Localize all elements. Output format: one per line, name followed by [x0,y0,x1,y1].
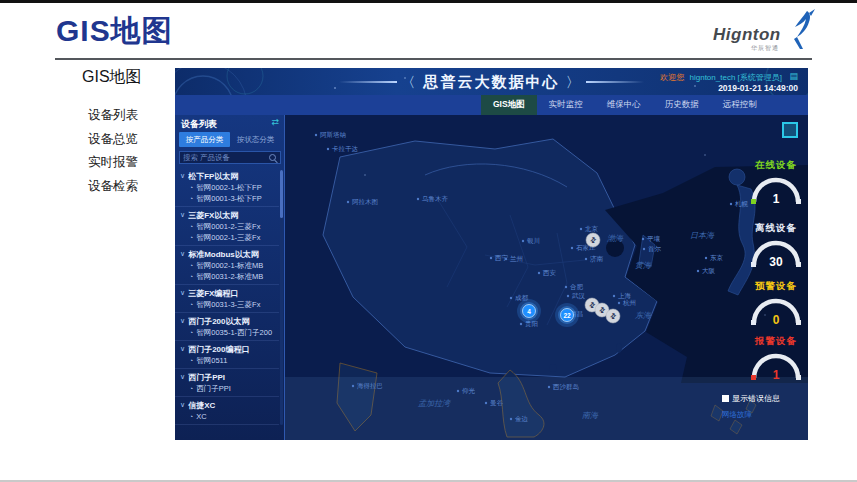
side-nav-item[interactable]: 设备总览 [88,131,138,148]
fullscreen-icon[interactable] [782,122,798,138]
device-group-row[interactable]: ∨松下FP以太网 [175,170,279,182]
svg-text:西沙群岛: 西沙群岛 [552,383,579,391]
svg-text:南海: 南海 [582,411,599,420]
device-icon: ◔ [189,385,193,392]
device-item[interactable]: ◔智网0511 [175,355,279,366]
svg-text:黄海: 黄海 [635,261,652,270]
device-group: ∨西门子200编程口◔智网0511 [175,341,279,369]
device-group-row[interactable]: ∨西门子200编程口 [175,343,279,355]
dashboard-screenshot: 〈 思普云大数据中心 〉 欢迎您 hignton_tech [系统管理员] ▤ … [175,68,808,440]
device-group: ∨西门子PPI◔西门子PPI [175,369,279,397]
side-nav-item[interactable]: 设备检索 [88,178,138,195]
dashboard-tab[interactable]: GIS地图 [481,95,537,115]
device-group-row[interactable]: ∨三菱FX编程口 [175,287,279,299]
device-item[interactable]: ◔西门子PPI [175,383,279,394]
dashboard-title: 思普云大数据中心 [424,73,560,90]
welcome-prefix: 欢迎您 [660,73,684,82]
device-icon: ◔ [189,262,193,269]
device-group: ∨三菱FX编程口◔智网0031-3-三菱Fx [175,285,279,313]
device-search-box [179,151,281,164]
device-item-label: 智网0031-3-三菱Fx [196,300,260,310]
logo-brand-text: Hignton [713,25,781,45]
svg-text:仰光: 仰光 [462,387,476,395]
device-item[interactable]: ◔智网0002-1-松下FP [175,182,279,193]
device-item[interactable]: ◔智网0031-3-三菱Fx [175,299,279,310]
gateway-cluster-marker[interactable]: ⇄ [586,233,600,247]
dashboard-tab[interactable]: 实时监控 [537,95,595,115]
side-nav: 设备列表设备总览实时报警设备检索 [88,107,138,201]
device-item[interactable]: ◔智网0035-1-西门子200 [175,327,279,338]
device-item[interactable]: ◔智网0002-1-标准MB [175,260,279,271]
device-item-label: 智网0511 [196,356,227,366]
device-group: ∨三菱FX以太网◔智网0001-2-三菱Fx◔智网0002-1-三菱Fx [175,207,279,246]
device-group-row[interactable]: ∨西门子200以太网 [175,315,279,327]
side-nav-item[interactable]: 设备列表 [88,107,138,124]
device-count-marker[interactable]: 22 [555,303,579,327]
gauge-3: 预警设备0 [744,280,808,328]
svg-text:孟加拉湾: 孟加拉湾 [418,399,452,408]
svg-text:大阪: 大阪 [702,267,716,274]
device-group: ∨标准Modbus以太网◔智网0002-1-标准MB◔智网0031-2-标准MB [175,246,279,285]
device-item[interactable]: ◔智网0031-2-标准MB [175,271,279,282]
device-group: ∨信捷XC◔XC [175,397,279,425]
svg-text:22: 22 [563,312,571,319]
device-item[interactable]: ◔智网0001-3-松下FP [175,193,279,204]
map-canvas[interactable]: 阿斯塔纳卡拉干达阿拉木图乌鲁木齐银川西宁兰州西安成都贵阳武汉南昌合肥上海杭州北京… [285,115,808,440]
device-item-label: 智网0001-2-三菱Fx [196,222,260,232]
device-item[interactable]: ◔智网0001-2-三菱Fx [175,221,279,232]
show-errors-checkbox[interactable]: 显示错误信息 [722,393,802,404]
svg-text:武汉: 武汉 [571,292,586,300]
checkbox-label: 显示错误信息 [732,393,780,404]
device-count-marker[interactable]: 4 [517,299,541,323]
svg-text:东海: 东海 [635,311,652,320]
svg-text:济南: 济南 [590,255,604,263]
gauge-value: 1 [773,192,780,206]
chevron-down-icon: ∨ [180,250,185,258]
device-group-label: 西门子200编程口 [188,344,249,355]
device-item[interactable]: ◔XC [175,411,279,422]
chevron-down-icon: ∨ [180,317,185,325]
device-search-input[interactable] [180,153,269,162]
collapse-panel-icon[interactable]: ⇄ [271,117,279,127]
dashboard-tab[interactable]: 历史数据 [653,95,711,115]
title-flank-left [339,81,397,83]
side-nav-item[interactable]: 实时报警 [88,154,138,171]
device-group-row[interactable]: ∨西门子PPI [175,371,279,383]
device-group-label: 三菱FX编程口 [188,288,238,299]
title-bracket-left: 〈 [401,74,417,90]
side-nav-heading: GIS地图 [82,67,142,88]
svg-text:海得拉巴: 海得拉巴 [357,382,383,390]
device-icon: ◔ [189,357,193,364]
device-panel-tab[interactable]: 按产品分类 [179,132,230,147]
device-group-row[interactable]: ∨标准Modbus以太网 [175,248,279,260]
gauge-value: 30 [769,255,783,269]
chevron-down-icon: ∨ [180,345,185,353]
gateway-cluster-marker[interactable]: ⇄ [606,309,620,323]
device-group-row[interactable]: ∨信捷XC [175,399,279,411]
device-item[interactable]: ◔智网0002-1-三菱Fx [175,232,279,243]
chevron-down-icon: ∨ [180,401,185,409]
gauge-value: 1 [773,368,780,382]
device-group-row[interactable]: ∨三菱FX以太网 [175,209,279,221]
dashboard-tab[interactable]: 维保中心 [595,95,653,115]
chevron-down-icon: ∨ [180,289,185,297]
device-group: ∨西门子200以太网◔智网0035-1-西门子200 [175,313,279,341]
gauge-label: 在线设备 [744,159,808,172]
device-list-panel: 设备列表 ⇄ 按产品分类按状态分类 ∨松下FP以太网◔智网0002-1-松下FP… [175,115,285,440]
svg-text:首尔: 首尔 [648,245,662,253]
search-icon [269,154,276,161]
menu-icon[interactable]: ▤ [789,71,798,81]
network-fault-link[interactable]: 网络故障 [722,410,802,420]
gis-map: 阿斯塔纳卡拉干达阿拉木图乌鲁木齐银川西宁兰州西安成都贵阳武汉南昌合肥上海杭州北京… [285,115,808,440]
svg-text:卡拉干达: 卡拉干达 [331,145,358,152]
gauge-label: 预警设备 [744,280,808,293]
device-panel-tab[interactable]: 按状态分类 [230,132,281,147]
panel-scrollbar[interactable] [280,170,283,425]
device-item-label: 智网0031-2-标准MB [196,272,263,282]
gauge-label: 报警设备 [744,335,808,348]
svg-text:东京: 东京 [710,254,724,261]
svg-text:渤海: 渤海 [607,234,624,243]
device-item-label: 智网0002-1-标准MB [196,261,263,271]
device-group-label: 松下FP以太网 [188,171,238,182]
dashboard-tab[interactable]: 远程控制 [711,95,769,115]
